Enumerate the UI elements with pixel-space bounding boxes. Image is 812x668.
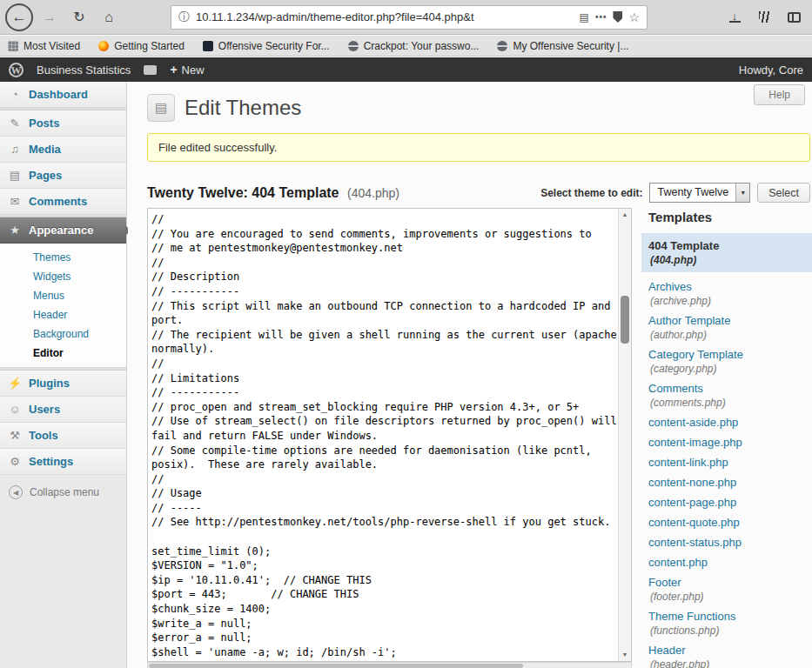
library-button[interactable] [751, 4, 777, 30]
help-button[interactable]: Help [754, 84, 805, 105]
plugins-icon: ⚡ [8, 377, 22, 390]
collapse-menu-button[interactable]: ◀ Collapse menu [0, 475, 126, 510]
template-item[interactable]: content-none.php [641, 473, 812, 491]
sidebar-toggle-icon [788, 12, 801, 23]
template-link[interactable]: content.php [648, 555, 812, 570]
template-item[interactable]: Category Template(category.php) [641, 345, 812, 377]
shield-icon[interactable] [613, 11, 622, 23]
submenu-item-widgets[interactable]: Widgets [0, 267, 126, 286]
template-item[interactable]: content-quote.php [641, 513, 812, 531]
template-item[interactable]: content.php [641, 553, 812, 571]
template-link[interactable]: Footer [648, 575, 812, 590]
wp-sidebar: ◔Dashboard✎Posts♫Media▤Pages✉Comments★Ap… [0, 82, 127, 668]
submenu-item-menus[interactable]: Menus [0, 286, 126, 305]
template-item[interactable]: content-link.php [641, 453, 812, 471]
code-editor[interactable]: // // You are encouraged to send comment… [147, 208, 632, 662]
scroll-up-arrow[interactable]: ▲ [619, 209, 631, 221]
url-text[interactable]: 10.11.1.234/wp-admin/theme-editor.php?fi… [196, 10, 574, 23]
reader-mode-icon[interactable]: ▤ [580, 11, 589, 23]
url-bar[interactable]: ⓘ 10.11.1.234/wp-admin/theme-editor.php?… [171, 5, 648, 30]
sidebar-item-label: Tools [29, 429, 58, 442]
template-link[interactable]: content-none.php [648, 475, 812, 490]
template-link[interactable]: Header [648, 643, 812, 658]
wordpress-logo[interactable]: W [9, 63, 23, 77]
sidebar-item-dashboard[interactable]: ◔Dashboard [0, 82, 126, 108]
home-button[interactable]: ⌂ [96, 4, 122, 30]
sidebar-item-comments[interactable]: ✉Comments [0, 189, 126, 215]
settings-icon: ⚙ [8, 455, 22, 468]
admin-bar-site-name[interactable]: Business Statistics [37, 63, 131, 77]
dashboard-icon: ◔ [8, 88, 22, 101]
template-link[interactable]: content-quote.php [648, 515, 812, 530]
hscrollbar-thumb[interactable] [149, 664, 523, 668]
bookmark-item[interactable]: My Offensive Security |... [497, 40, 628, 52]
admin-bar-howdy[interactable]: Howdy, Core [739, 63, 803, 77]
template-item[interactable]: Footer(footer.php) [641, 573, 812, 605]
submenu-item-background[interactable]: Background [0, 324, 126, 344]
bookmark-item[interactable]: Getting Started [98, 40, 185, 52]
sidebar-item-appearance[interactable]: ★Appearance [0, 217, 126, 244]
site-info-icon[interactable]: ⓘ [178, 10, 190, 25]
template-link[interactable]: content-page.php [648, 495, 812, 510]
template-link[interactable]: Archives [648, 279, 812, 294]
code-text[interactable]: // // You are encouraged to send comment… [148, 209, 618, 661]
template-item[interactable]: content-status.php [641, 533, 812, 551]
editor-vertical-scrollbar[interactable]: ▲ ▼ [618, 209, 631, 661]
template-link[interactable]: content-image.php [648, 435, 812, 450]
comments-icon: ✉ [8, 195, 22, 208]
template-link[interactable]: content-link.php [648, 455, 812, 470]
template-item[interactable]: content-aside.php [641, 413, 812, 431]
forward-icon: → [43, 10, 57, 25]
back-button[interactable]: ← [5, 3, 33, 31]
template-item[interactable]: Author Template(author.php) [641, 311, 812, 344]
sidebar-item-label: Appearance [29, 224, 93, 237]
submenu-item-header[interactable]: Header [0, 305, 126, 324]
media-icon: ♫ [8, 143, 22, 156]
template-filename: (archive.php) [648, 294, 812, 308]
template-link[interactable]: Theme Functions [648, 609, 812, 624]
template-filename: (functions.php) [648, 624, 812, 638]
template-link[interactable]: Author Template [648, 313, 812, 328]
scroll-down-arrow[interactable]: ▼ [619, 649, 631, 661]
sidebar-toggle-button[interactable] [781, 4, 807, 30]
template-item[interactable]: 404 Template(404.php) [641, 233, 812, 272]
sidebar-item-users[interactable]: ☺Users [0, 397, 126, 423]
bookmark-item[interactable]: Offensive Security For... [203, 40, 330, 52]
download-icon: ↓ [729, 11, 741, 23]
template-item[interactable]: content-image.php [641, 433, 812, 451]
sidebar-item-settings[interactable]: ⚙Settings [0, 449, 126, 475]
template-link[interactable]: content-status.php [648, 535, 812, 550]
bookmark-item[interactable]: Most Visited [8, 40, 80, 52]
templates-panel: Templates 404 Template(404.php)Archives(… [641, 208, 812, 668]
sidebar-item-plugins[interactable]: ⚡Plugins [0, 371, 126, 397]
admin-bar-new-button[interactable]: + New [170, 63, 204, 77]
submenu-item-themes[interactable]: Themes [0, 248, 126, 267]
template-item[interactable]: content-page.php [641, 493, 812, 511]
template-link[interactable]: content-aside.php [648, 415, 812, 430]
users-icon: ☺ [8, 403, 22, 416]
template-item[interactable]: Header(header.php) [641, 641, 812, 668]
theme-select[interactable]: Twenty Twelve ▾ [649, 183, 750, 203]
template-link[interactable]: Comments [648, 381, 812, 396]
page-actions-icon[interactable]: ••• [595, 12, 607, 22]
template-item[interactable]: Archives(archive.php) [641, 277, 812, 310]
sidebar-item-pages[interactable]: ▤Pages [0, 163, 126, 189]
scrollbar-thumb[interactable] [621, 296, 629, 344]
template-item[interactable]: Comments(comments.php) [641, 379, 812, 411]
sidebar-item-tools[interactable]: ⚒Tools [0, 423, 126, 449]
submenu-item-editor[interactable]: Editor [0, 344, 126, 363]
sidebar-item-media[interactable]: ♫Media [0, 137, 126, 163]
bookmark-item[interactable]: Crackpot: Your passwo... [348, 40, 480, 52]
template-link[interactable]: Category Template [648, 347, 812, 362]
editor-horizontal-scrollbar[interactable] [147, 662, 632, 668]
download-button[interactable]: ↓ [721, 4, 748, 30]
reload-button[interactable]: ↻ [66, 4, 92, 30]
bookmark-star-icon[interactable]: ☆ [628, 10, 640, 24]
forward-button[interactable]: → [37, 4, 63, 30]
template-link[interactable]: 404 Template [648, 238, 812, 253]
template-item[interactable]: Theme Functions(functions.php) [641, 607, 812, 639]
comments-bubble-icon[interactable] [144, 65, 157, 75]
select-theme-button[interactable]: Select [757, 183, 810, 203]
most-visited-icon [8, 41, 18, 51]
sidebar-item-posts[interactable]: ✎Posts [0, 110, 126, 137]
